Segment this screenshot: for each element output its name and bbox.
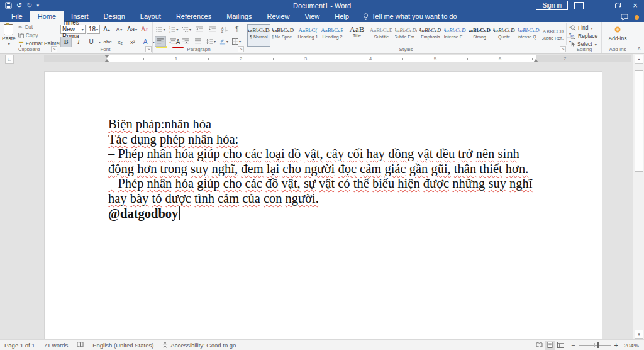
doc-word[interactable]: đồ bbox=[288, 147, 301, 161]
doc-word[interactable]: nhân bbox=[147, 147, 172, 161]
increase-indent-button[interactable] bbox=[206, 24, 218, 35]
doc-word[interactable]: bày bbox=[130, 191, 149, 205]
doc-word[interactable]: suy bbox=[191, 162, 208, 176]
multilevel-list-button[interactable]: ▾ bbox=[180, 24, 192, 35]
scroll-up-icon[interactable]: ▴ bbox=[635, 55, 643, 64]
doc-word[interactable]: Tác bbox=[108, 132, 128, 146]
font-name-combobox[interactable]: Times New Roma▾ bbox=[60, 25, 86, 34]
align-left-button[interactable] bbox=[155, 36, 166, 47]
show-hide-marks-button[interactable]: ¶ bbox=[231, 24, 243, 35]
grow-font-button[interactable]: A▲ bbox=[101, 24, 113, 35]
doc-word[interactable]: trong bbox=[160, 162, 187, 176]
tab-design[interactable]: Design bbox=[96, 11, 133, 22]
bullets-button[interactable]: ▾ bbox=[155, 24, 167, 35]
doc-word[interactable]: vật bbox=[319, 176, 335, 190]
document-paragraph[interactable]: Biện pháp:nhân hóa bbox=[108, 117, 545, 132]
underline-button[interactable]: U bbox=[86, 37, 97, 47]
tab-stop-selector[interactable]: ∟ bbox=[5, 55, 14, 64]
doc-word[interactable]: tỏ bbox=[152, 191, 162, 205]
doc-word[interactable]: suy bbox=[488, 176, 506, 190]
doc-word[interactable]: cối bbox=[347, 147, 363, 161]
styles-dialog-launcher[interactable]: ↘ bbox=[560, 46, 566, 52]
doc-word[interactable]: động bbox=[108, 162, 134, 176]
style-subtitle[interactable]: AaBbCcDSubtitle bbox=[370, 24, 393, 47]
doc-word[interactable]: trở bbox=[458, 147, 472, 161]
doc-word[interactable]: – bbox=[108, 147, 114, 161]
document-paragraph[interactable]: – Phép nhân hóa giúp cho các loại đồ vật… bbox=[108, 147, 545, 176]
tab-help[interactable]: Help bbox=[327, 11, 357, 22]
doc-word[interactable]: thiết bbox=[479, 162, 502, 176]
accessibility-status[interactable]: Accessibility: Good to go bbox=[158, 342, 240, 349]
copy-button[interactable]: Copy bbox=[17, 31, 62, 39]
doc-word[interactable]: nên bbox=[476, 147, 495, 161]
justify-button[interactable] bbox=[192, 36, 204, 47]
doc-word[interactable]: vật, bbox=[282, 176, 301, 190]
page-count-indicator[interactable]: Page 1 of 1 bbox=[0, 342, 40, 349]
find-button[interactable]: Find▾ bbox=[569, 24, 599, 31]
style-subtle-em-[interactable]: AaBbCcDcSubtle Em... bbox=[394, 24, 418, 47]
numbering-button[interactable]: 123▾ bbox=[168, 24, 180, 35]
style-heading-2[interactable]: AaBbCcEHeading 2 bbox=[321, 24, 344, 47]
doc-word[interactable]: dụng bbox=[131, 132, 157, 146]
doc-word[interactable]: hơn bbox=[137, 162, 157, 176]
doc-word[interactable]: biểu bbox=[372, 176, 394, 190]
zoom-slider-thumb[interactable] bbox=[597, 342, 599, 348]
web-layout-button[interactable] bbox=[555, 341, 566, 350]
doc-word[interactable]: lại bbox=[267, 162, 280, 176]
minimize-button[interactable]: ─ bbox=[591, 0, 609, 11]
doc-word[interactable]: có bbox=[338, 176, 350, 190]
undo-icon[interactable]: ↺ bbox=[16, 2, 22, 9]
doc-word[interactable]: các bbox=[245, 176, 262, 190]
tab-home[interactable]: Home bbox=[30, 11, 64, 22]
paragraph-dialog-launcher[interactable]: ↘ bbox=[238, 46, 244, 52]
doc-word[interactable]: sinh bbox=[498, 147, 519, 161]
doc-word[interactable]: cây bbox=[326, 147, 344, 161]
doc-word[interactable]: hóa bbox=[192, 117, 211, 131]
save-icon[interactable] bbox=[5, 2, 12, 9]
change-case-button[interactable]: Aa▾ bbox=[126, 24, 138, 35]
shrink-font-button[interactable]: A▼ bbox=[114, 24, 125, 35]
decrease-indent-button[interactable] bbox=[194, 24, 205, 35]
restore-button[interactable] bbox=[609, 0, 626, 11]
customize-qat-icon[interactable]: ▾ bbox=[36, 2, 39, 9]
horizontal-ruler[interactable]: 1234567 bbox=[44, 55, 631, 62]
doc-word[interactable]: của bbox=[242, 191, 260, 205]
doc-word[interactable]: giúp bbox=[197, 147, 219, 161]
clipboard-dialog-launcher[interactable]: ↘ bbox=[51, 46, 57, 52]
tab-references[interactable]: References bbox=[169, 11, 219, 22]
align-center-button[interactable] bbox=[167, 36, 179, 47]
style-intense-q-[interactable]: AaBbCcDtIntense Q... bbox=[517, 24, 540, 47]
sign-in-button[interactable]: Sign in bbox=[536, 1, 568, 10]
scrollbar-thumb[interactable] bbox=[635, 70, 643, 172]
document-paragraph[interactable]: @datgodboy bbox=[108, 206, 545, 222]
align-right-button[interactable] bbox=[180, 36, 191, 47]
doc-word[interactable]: thân bbox=[454, 162, 476, 176]
doc-word[interactable]: vật, bbox=[304, 147, 323, 161]
doc-word[interactable]: cho bbox=[223, 176, 242, 190]
redo-icon[interactable]: ↻ bbox=[26, 2, 32, 9]
style-strong[interactable]: AaBbCcDcStrong bbox=[468, 24, 491, 47]
style-emphasis[interactable]: AaBbCcDtEmphasis bbox=[419, 24, 442, 47]
style-heading-1[interactable]: AaBbC(Heading 1 bbox=[296, 24, 319, 47]
doc-word[interactable]: pháp:nhân bbox=[136, 117, 189, 131]
right-indent-marker[interactable] bbox=[533, 59, 538, 62]
doc-word[interactable]: người bbox=[304, 162, 335, 176]
doc-word[interactable]: Phép bbox=[118, 147, 143, 161]
doc-word[interactable]: được bbox=[423, 176, 449, 190]
zoom-in-icon[interactable]: + bbox=[614, 341, 618, 349]
doc-word[interactable]: nghĩ bbox=[509, 176, 532, 190]
line-spacing-button[interactable]: ▾ bbox=[205, 36, 217, 47]
paste-dropdown-icon[interactable]: ▾ bbox=[8, 42, 10, 46]
doc-word[interactable]: cảm bbox=[360, 162, 381, 176]
tab-review[interactable]: Review bbox=[260, 11, 297, 22]
document-text[interactable]: Biện pháp:nhân hóaTác dụng phép nhân hóa… bbox=[108, 117, 545, 221]
tell-me-box[interactable]: Tell me what you want to do bbox=[357, 11, 464, 22]
doc-word[interactable]: hiện bbox=[397, 176, 419, 190]
doc-word[interactable]: con bbox=[264, 191, 282, 205]
doc-word[interactable]: @datgodboy bbox=[108, 206, 178, 220]
doc-word[interactable]: hóa bbox=[175, 147, 194, 161]
style--no-spac-[interactable]: AaBbCcDc¶ No Spac... bbox=[272, 24, 295, 47]
doc-word[interactable]: đồ bbox=[265, 176, 279, 190]
doc-word[interactable]: hóa: bbox=[216, 132, 238, 146]
sort-button[interactable]: AZ bbox=[219, 24, 230, 35]
